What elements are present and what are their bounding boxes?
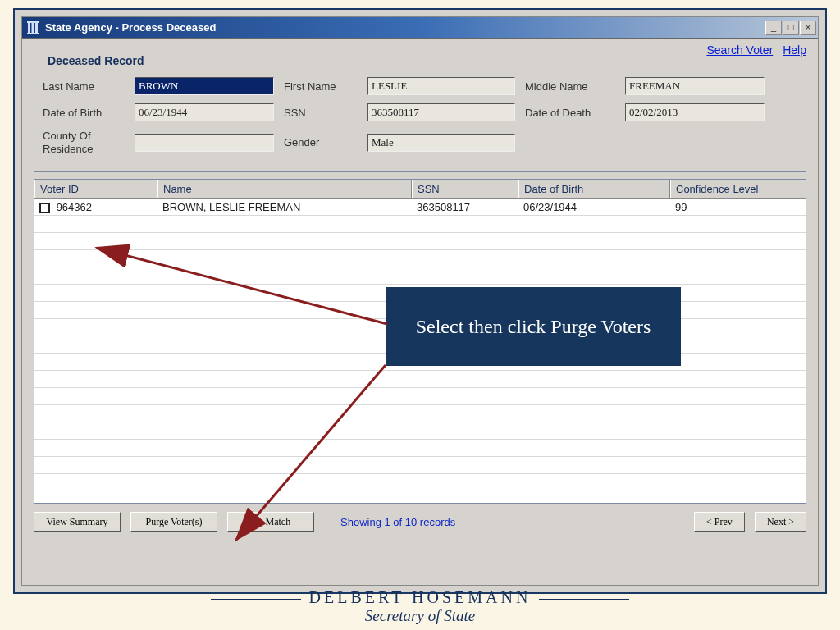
svg-rect-3: [27, 21, 39, 23]
window-buttons: _ □ ×: [765, 21, 816, 35]
titlebar: State Agency - Process Deceased _ □ ×: [22, 17, 818, 39]
col-dob[interactable]: Date of Birth: [518, 180, 670, 198]
deceased-record-group: Deceased Record Last Name BROWN First Na…: [34, 62, 806, 172]
maximize-button[interactable]: □: [783, 21, 799, 35]
app-icon: [25, 21, 40, 35]
cell-voter-id: 964362: [34, 201, 158, 213]
table-row[interactable]: 964362 BROWN, LESLIE FREEMAN 363508117 0…: [34, 199, 806, 216]
dob-label: Date of Birth: [43, 107, 125, 119]
cell-ssn: 363508117: [412, 201, 518, 213]
last-name-label: Last Name: [43, 80, 125, 93]
cell-dob: 06/23/1944: [518, 201, 670, 213]
svg-rect-2: [35, 23, 38, 33]
dod-label: Date of Death: [525, 107, 615, 119]
cell-name: BROWN, LESLIE FREEMAN: [158, 201, 412, 213]
callout-text: Select then click Purge Voters: [416, 316, 651, 338]
col-name[interactable]: Name: [158, 180, 412, 198]
group-title: Deceased Record: [43, 54, 149, 67]
last-name-field[interactable]: BROWN: [135, 77, 274, 95]
gender-label: Gender: [284, 136, 358, 148]
middle-name-label: Middle Name: [525, 80, 615, 93]
view-summary-button[interactable]: View Summary: [34, 512, 121, 532]
ssn-label: SSN: [284, 107, 358, 119]
status-text: Showing 1 of 10 records: [340, 516, 455, 528]
prev-button[interactable]: < Prev: [694, 512, 745, 532]
minimize-button[interactable]: _: [765, 21, 782, 35]
branding-name: DELBERT HOSEMANN: [188, 588, 653, 607]
window-title: State Agency - Process Deceased: [45, 21, 216, 34]
search-voter-link[interactable]: Search Voter: [706, 43, 773, 57]
col-ssn[interactable]: SSN: [412, 180, 518, 198]
footer-branding: DELBERT HOSEMANN Secretary of State: [0, 588, 840, 625]
county-label: County Of Residence: [43, 130, 125, 155]
col-voter-id[interactable]: Voter ID: [34, 180, 158, 198]
branding-title: Secretary of State: [0, 607, 840, 625]
footer-bar: View Summary Purge Voter(s) No Match Sho…: [22, 504, 818, 538]
first-name-field[interactable]: LESLIE: [368, 77, 515, 95]
col-confidence[interactable]: Confidence Level: [670, 180, 801, 198]
voter-id-value: 964362: [57, 201, 92, 213]
first-name-label: First Name: [284, 80, 358, 93]
row-checkbox[interactable]: [39, 203, 50, 213]
close-button[interactable]: ×: [800, 21, 816, 35]
purge-voters-button[interactable]: Purge Voter(s): [130, 512, 217, 532]
dod-field[interactable]: 02/02/2013: [625, 103, 765, 121]
no-match-button[interactable]: No Match: [227, 512, 314, 532]
cell-confidence: 99: [670, 201, 801, 213]
help-link[interactable]: Help: [783, 43, 806, 57]
middle-name-field[interactable]: FREEMAN: [625, 77, 765, 95]
instruction-callout: Select then click Purge Voters: [386, 287, 681, 366]
dob-field[interactable]: 06/23/1944: [135, 103, 274, 121]
svg-rect-4: [27, 33, 39, 34]
ssn-field[interactable]: 363508117: [368, 103, 515, 121]
svg-rect-1: [32, 23, 34, 33]
gender-field[interactable]: Male: [368, 134, 515, 152]
county-field[interactable]: [135, 134, 274, 152]
next-button[interactable]: Next >: [755, 512, 806, 532]
grid-header: Voter ID Name SSN Date of Birth Confiden…: [34, 180, 806, 199]
svg-rect-0: [28, 23, 30, 33]
